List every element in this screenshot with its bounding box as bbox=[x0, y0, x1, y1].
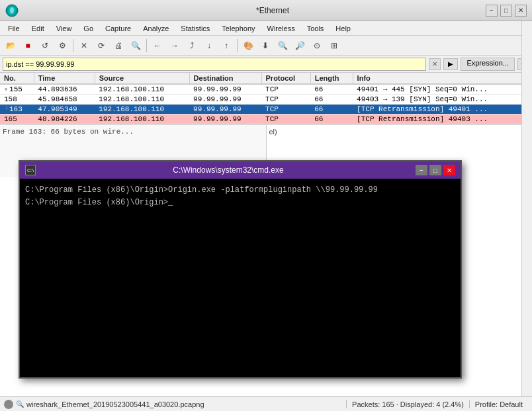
col-protocol[interactable]: Protocol bbox=[261, 73, 310, 84]
menu-analyze[interactable]: Analyze bbox=[138, 23, 174, 34]
menu-help[interactable]: Help bbox=[330, 23, 356, 34]
toolbar-print[interactable]: 🖨 bbox=[111, 38, 126, 54]
toolbar-stop[interactable]: ■ bbox=[20, 38, 36, 54]
status-left: 🔍 wireshark_Ethernet_20190523005441_a030… bbox=[4, 400, 341, 409]
cmd-controls: − □ ✕ bbox=[416, 165, 455, 175]
toolbar-zoom-reset[interactable]: ⊙ bbox=[309, 38, 325, 54]
toolbar: 📂 ■ ↺ ⚙ ✕ ⟳ 🖨 🔍 ← → ⤴ ↓ ↑ 🎨 ⬇ 🔍 🔎 ⊙ ⊞ bbox=[0, 36, 532, 56]
table-row[interactable]: 16548.984226192.168.100.11099.99.99.99TC… bbox=[0, 114, 532, 124]
filter-expression-button[interactable]: Expression... bbox=[461, 58, 515, 71]
vertical-scrollbar[interactable] bbox=[521, 21, 532, 396]
filter-bar: ✕ ▶ Expression... + bbox=[0, 56, 532, 73]
toolbar-open[interactable]: 📂 bbox=[3, 38, 19, 54]
filter-input[interactable] bbox=[3, 58, 426, 71]
menu-go[interactable]: Go bbox=[78, 23, 99, 34]
menu-edit[interactable]: Edit bbox=[26, 23, 50, 34]
cmd-title-bar: C:\ C:\Windows\system32\cmd.exe − □ ✕ bbox=[20, 161, 461, 179]
packet-table: No. Time Source Destination Protocol Len… bbox=[0, 73, 532, 124]
close-button[interactable]: ✕ bbox=[515, 5, 527, 17]
toolbar-up[interactable]: ↑ bbox=[218, 38, 234, 54]
col-info[interactable]: Info bbox=[353, 73, 531, 84]
collapse-indicator: ▾ bbox=[4, 86, 8, 93]
menu-file[interactable]: File bbox=[3, 23, 25, 34]
cmd-line-1: C:\Program Files (x86)\Origin>Origin.exe… bbox=[25, 184, 455, 197]
toolbar-sep3 bbox=[237, 39, 238, 52]
status-filename: wireshark_Ethernet_20190523005441_a03020… bbox=[26, 400, 204, 408]
toolbar-sep1 bbox=[73, 39, 73, 52]
toolbar-zoom-in[interactable]: 🔍 bbox=[275, 38, 290, 54]
status-packets: Packets: 165 · Displayed: 4 (2.4%) bbox=[346, 400, 469, 408]
menu-view[interactable]: View bbox=[51, 23, 77, 34]
wireshark-logo bbox=[5, 4, 19, 17]
toolbar-reload[interactable]: ⟳ bbox=[93, 38, 109, 54]
cmd-line-2: C:\Program Files (x86)\Origin>_ bbox=[25, 197, 455, 209]
toolbar-colorize[interactable]: 🎨 bbox=[240, 38, 256, 54]
cmd-maximize-button[interactable]: □ bbox=[429, 165, 441, 175]
detail-hex: el) bbox=[269, 128, 277, 136]
status-bar: 🔍 wireshark_Ethernet_20190523005441_a030… bbox=[0, 396, 532, 411]
toolbar-resize[interactable]: ⊞ bbox=[326, 38, 342, 54]
toolbar-restart[interactable]: ↺ bbox=[37, 38, 53, 54]
table-row[interactable]: 15845.984658192.168.100.11099.99.99.99TC… bbox=[0, 95, 532, 105]
col-source[interactable]: Source bbox=[95, 73, 189, 84]
status-profile: Profile: Default bbox=[469, 400, 528, 408]
cmd-minimize-button[interactable]: − bbox=[416, 165, 427, 175]
toolbar-autoscroll[interactable]: ⬇ bbox=[257, 38, 273, 54]
toolbar-fwd[interactable]: → bbox=[167, 38, 183, 54]
toolbar-down[interactable]: ↓ bbox=[201, 38, 217, 54]
menu-tools[interactable]: Tools bbox=[302, 23, 330, 34]
cmd-icon: C:\ bbox=[25, 165, 36, 175]
col-length[interactable]: Length bbox=[310, 73, 353, 84]
cmd-title-text: C:\Windows\system32\cmd.exe bbox=[41, 165, 416, 175]
toolbar-zoom-out[interactable]: 🔎 bbox=[292, 38, 308, 54]
filter-clear-button[interactable]: ✕ bbox=[429, 58, 441, 70]
col-no[interactable]: No. bbox=[0, 73, 34, 84]
status-icon bbox=[4, 400, 13, 409]
window-controls: − □ ✕ bbox=[486, 5, 527, 17]
window-title: *Ethernet bbox=[19, 6, 527, 15]
filter-icon: 🔍 bbox=[16, 400, 24, 408]
toolbar-jump[interactable]: ⤴ bbox=[184, 38, 200, 54]
status-right: Packets: 165 · Displayed: 4 (2.4%) Profi… bbox=[346, 400, 528, 408]
col-destination[interactable]: Destination bbox=[189, 73, 261, 84]
col-time[interactable]: Time bbox=[34, 73, 95, 84]
menu-wireless[interactable]: Wireless bbox=[262, 23, 300, 34]
maximize-button[interactable]: □ bbox=[500, 5, 512, 17]
toolbar-capture-opts[interactable]: ⚙ bbox=[54, 38, 70, 54]
cmd-window: C:\ C:\Windows\system32\cmd.exe − □ ✕ C:… bbox=[19, 160, 462, 379]
toolbar-back[interactable]: ← bbox=[150, 38, 165, 54]
collapse-indicator: └ bbox=[4, 106, 8, 113]
cmd-close-button[interactable]: ✕ bbox=[443, 165, 455, 175]
menu-bar: File Edit View Go Capture Analyze Statis… bbox=[0, 21, 532, 36]
table-row[interactable]: ▾15544.893636192.168.100.11099.99.99.99T… bbox=[0, 84, 532, 95]
detail-text: Frame 163: 66 bytes on wire... bbox=[3, 128, 134, 136]
menu-capture[interactable]: Capture bbox=[100, 23, 136, 34]
toolbar-sep2 bbox=[146, 39, 147, 52]
toolbar-find[interactable]: 🔍 bbox=[128, 38, 144, 54]
menu-telephony[interactable]: Telephony bbox=[216, 23, 260, 34]
cmd-content[interactable]: C:\Program Files (x86)\Origin>Origin.exe… bbox=[20, 179, 461, 377]
menu-statistics[interactable]: Statistics bbox=[175, 23, 215, 34]
table-header-row: No. Time Source Destination Protocol Len… bbox=[0, 73, 532, 84]
table-row[interactable]: └16347.905349192.168.100.11099.99.99.99T… bbox=[0, 105, 532, 114]
toolbar-close[interactable]: ✕ bbox=[76, 38, 92, 54]
title-bar: *Ethernet − □ ✕ bbox=[0, 0, 532, 21]
minimize-button[interactable]: − bbox=[486, 5, 498, 17]
wireshark-window: *Ethernet − □ ✕ File Edit View Go Captur… bbox=[0, 0, 532, 411]
filter-arrow-button[interactable]: ▶ bbox=[443, 58, 458, 70]
